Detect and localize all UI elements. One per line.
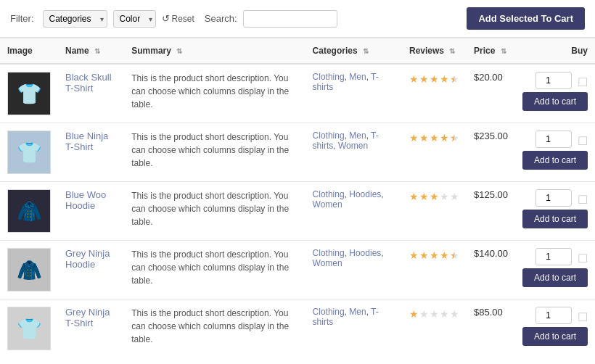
star-empty: ★ xyxy=(440,308,449,320)
category-link[interactable]: Clothing xyxy=(313,189,345,199)
quantity-input[interactable] xyxy=(536,307,572,324)
add-to-cart-button[interactable]: Add to cart xyxy=(522,92,588,111)
categories-filter-wrapper[interactable]: Categories xyxy=(43,10,107,28)
search-input[interactable] xyxy=(243,10,337,28)
product-reviews-cell: ★★★★★★ xyxy=(402,64,467,123)
category-link[interactable]: Women xyxy=(338,141,368,151)
sort-categories-icon[interactable]: ⇅ xyxy=(363,47,369,55)
wishlist-icon[interactable]: ☐ xyxy=(578,193,588,207)
quantity-input[interactable] xyxy=(536,72,572,89)
quantity-input[interactable] xyxy=(536,131,572,148)
product-price: $20.00 xyxy=(474,72,503,83)
col-header-summary: Summary ⇅ xyxy=(124,38,305,65)
product-buy-cell: ☐ Add to cart xyxy=(515,241,595,299)
star-full: ★ xyxy=(409,132,419,144)
product-image-icon: 🧥 xyxy=(17,199,42,223)
reset-icon: ↺ xyxy=(162,13,170,24)
search-label: Search: xyxy=(205,13,237,24)
table-row: 🧥 Blue Woo HoodieThis is the product sho… xyxy=(0,182,595,241)
toolbar: Filter: Categories Color ↺ Reset Search:… xyxy=(0,0,595,38)
col-header-image: Image xyxy=(0,38,58,65)
product-reviews-cell: ★★★★★★ xyxy=(402,241,467,299)
table-header-row: Image Name ⇅ Summary ⇅ Categories ⇅ Revi… xyxy=(0,38,595,65)
add-to-cart-button[interactable]: Add to cart xyxy=(522,327,588,346)
table-row: 🧥 Grey Ninja HoodieThis is the product s… xyxy=(0,241,595,299)
sort-name-icon[interactable]: ⇅ xyxy=(94,47,100,55)
product-image: 👕 xyxy=(7,307,51,350)
sort-summary-icon[interactable]: ⇅ xyxy=(176,47,182,55)
quantity-input[interactable] xyxy=(536,189,572,207)
add-selected-to-cart-button[interactable]: Add Selected To Cart xyxy=(467,7,585,30)
category-link[interactable]: Women xyxy=(313,258,342,268)
add-to-cart-button[interactable]: Add to cart xyxy=(522,210,588,228)
table-row: 👕 Grey Ninja T-ShirtThis is the product … xyxy=(0,299,595,358)
category-link[interactable]: Men xyxy=(349,72,366,82)
product-price: $140.00 xyxy=(474,248,508,259)
sort-price-icon[interactable]: ⇅ xyxy=(501,47,506,55)
product-name-cell: Grey Ninja T-Shirt xyxy=(58,299,124,358)
product-image-icon: 👕 xyxy=(17,141,42,165)
star-full: ★ xyxy=(409,191,419,202)
product-image-cell: 👕 xyxy=(0,64,58,123)
product-categories-cell: Clothing, Hoodies, Women xyxy=(305,241,402,299)
product-summary: This is the product short description. Y… xyxy=(131,249,289,286)
product-image-cell: 🧥 xyxy=(0,241,58,299)
color-filter[interactable]: Color xyxy=(113,10,156,28)
wishlist-icon[interactable]: ☐ xyxy=(578,134,588,148)
star-empty: ★ xyxy=(450,191,459,202)
add-to-cart-button[interactable]: Add to cart xyxy=(522,151,588,170)
category-link[interactable]: Clothing xyxy=(313,131,345,141)
product-categories-cell: Clothing, Men, T-shirts xyxy=(305,299,402,358)
product-summary-cell: This is the product short description. Y… xyxy=(124,182,305,241)
col-header-reviews: Reviews ⇅ xyxy=(402,38,467,65)
category-link[interactable]: Hoodies xyxy=(349,189,381,199)
category-link[interactable]: Clothing xyxy=(313,307,345,317)
category-link[interactable]: Hoodies xyxy=(349,248,381,258)
star-empty: ★ xyxy=(419,308,429,320)
category-link[interactable]: Men xyxy=(349,131,366,141)
star-full: ★ xyxy=(430,249,439,261)
product-summary: This is the product short description. Y… xyxy=(131,191,289,227)
star-rating: ★★★★★ xyxy=(409,308,459,320)
product-price-cell: $235.00 xyxy=(467,123,515,182)
category-link[interactable]: Women xyxy=(313,199,342,210)
product-summary: This is the product short description. Y… xyxy=(131,308,289,344)
star-half: ★★ xyxy=(450,132,459,144)
star-empty: ★ xyxy=(430,308,439,320)
quantity-input[interactable] xyxy=(536,248,572,265)
product-name-link[interactable]: Blue Ninja T-Shirt xyxy=(65,131,108,152)
product-name-link[interactable]: Grey Ninja T-Shirt xyxy=(65,307,110,328)
reset-button[interactable]: ↺ Reset xyxy=(162,13,194,24)
star-full: ★ xyxy=(430,73,439,85)
categories-filter[interactable]: Categories xyxy=(43,10,107,28)
star-full: ★ xyxy=(419,191,429,202)
product-name-cell: Grey Ninja Hoodie xyxy=(58,241,124,299)
buy-controls: ☐ Add to cart xyxy=(522,189,588,228)
star-full: ★ xyxy=(440,249,449,261)
category-link[interactable]: Clothing xyxy=(313,72,345,82)
category-link[interactable]: Clothing xyxy=(313,248,345,258)
product-name-link[interactable]: Grey Ninja Hoodie xyxy=(65,248,110,270)
product-name-link[interactable]: Blue Woo Hoodie xyxy=(65,189,106,211)
product-name-link[interactable]: Black Skull T-Shirt xyxy=(65,72,112,94)
wishlist-icon[interactable]: ☐ xyxy=(578,310,588,324)
add-to-cart-button[interactable]: Add to cart xyxy=(522,268,588,287)
sort-reviews-icon[interactable]: ⇅ xyxy=(449,47,455,55)
table-row: 👕 Black Skull T-ShirtThis is the product… xyxy=(0,64,595,123)
wishlist-icon[interactable]: ☐ xyxy=(578,75,588,89)
product-price-cell: $125.00 xyxy=(467,182,515,241)
product-buy-cell: ☐ Add to cart xyxy=(515,182,595,241)
product-reviews-cell: ★★★★★★ xyxy=(402,123,467,182)
category-link[interactable]: Men xyxy=(349,307,366,317)
product-reviews-cell: ★★★★★ xyxy=(402,299,467,358)
color-filter-wrapper[interactable]: Color xyxy=(113,10,156,28)
product-price-cell: $140.00 xyxy=(467,241,515,299)
product-image-icon: 👕 xyxy=(17,317,42,341)
product-summary: This is the product short description. Y… xyxy=(131,132,289,168)
star-full: ★ xyxy=(419,132,429,144)
product-buy-cell: ☐ Add to cart xyxy=(515,64,595,123)
buy-row: ☐ xyxy=(536,189,588,210)
buy-controls: ☐ Add to cart xyxy=(522,131,588,170)
buy-controls: ☐ Add to cart xyxy=(522,72,588,111)
wishlist-icon[interactable]: ☐ xyxy=(578,252,588,265)
